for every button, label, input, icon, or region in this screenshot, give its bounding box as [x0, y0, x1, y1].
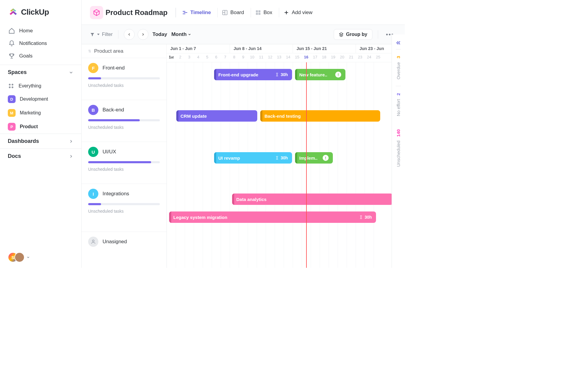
toolbar: Filter Today Month Group by ••• [82, 25, 405, 44]
today-button[interactable]: Today [153, 31, 167, 37]
group-integrations[interactable]: IIntegrations Unscheduled tasks [82, 184, 166, 232]
unscheduled-label[interactable]: Unscheduled tasks [88, 209, 160, 214]
unscheduled-label[interactable]: Unscheduled tasks [88, 125, 160, 130]
rail-no-effort[interactable]: No effort 2 [396, 86, 401, 123]
primary-nav: Home Notifications Goals [0, 22, 81, 65]
chevron-down-icon [69, 70, 73, 75]
nav-home[interactable]: Home [4, 25, 78, 37]
progress-bar [88, 161, 160, 163]
alert-icon: ! [323, 155, 329, 161]
date-nav [124, 29, 148, 40]
range-select[interactable]: Month [171, 31, 191, 37]
nav-label: Notifications [19, 40, 47, 46]
docs-header[interactable]: Docs [0, 149, 81, 164]
task-crm-update[interactable]: CRM update [176, 110, 257, 122]
section-title: Spaces [8, 69, 27, 75]
brand-name: ClickUp [21, 7, 49, 17]
week-label: Jun 1 - Jun 7 [167, 44, 230, 53]
rail-unscheduled[interactable]: Unscheduled 140 [396, 123, 401, 173]
day-label: 24 [365, 53, 374, 62]
space-label: Marketing [20, 110, 41, 116]
tab-board[interactable]: Board [217, 8, 248, 17]
task-new-feature[interactable]: New feature.. ! [295, 69, 345, 80]
space-product[interactable]: P Product [0, 120, 81, 134]
plus-icon [283, 10, 289, 16]
nav-notifications[interactable]: Notifications [4, 37, 78, 50]
tab-label: Timeline [190, 10, 211, 16]
logo[interactable]: ClickUp [0, 0, 81, 22]
spaces-header[interactable]: Spaces [0, 65, 81, 80]
layers-icon [339, 32, 344, 37]
progress-bar [88, 119, 160, 121]
collapse-rail-button[interactable] [394, 38, 403, 49]
task-backend-testing[interactable]: Back-end testing [260, 110, 380, 122]
alert-icon: ! [335, 72, 341, 78]
tab-timeline[interactable]: Timeline [175, 8, 215, 17]
svg-point-9 [92, 240, 94, 242]
group-by-label: Group by [346, 32, 367, 37]
unscheduled-label[interactable]: Unscheduled tasks [88, 167, 160, 172]
rail-overdue[interactable]: Overdue 3 [396, 49, 401, 86]
filter-icon [90, 32, 95, 37]
space-everything[interactable]: Everything [0, 80, 81, 92]
bars-layer: Front-end upgrade 30h New feature.. ! CR… [167, 62, 405, 268]
group-frontend[interactable]: FFront-end Unscheduled tasks [82, 58, 166, 100]
page-title: Product Roadmap [106, 8, 168, 17]
week-label: Jun 8 - Jun 14 [230, 44, 293, 53]
space-badge: M [8, 109, 16, 117]
column-header[interactable]: ⇅ Product area [82, 44, 166, 58]
task-implementation[interactable]: Implem.. ! [295, 152, 333, 164]
space-development[interactable]: D Development [0, 92, 81, 106]
task-ui-revamp[interactable]: UI revamp 30h [214, 152, 292, 164]
week-headers: Jun 1 - Jun 7 Jun 8 - Jun 14 Jun 15 - Ju… [167, 44, 405, 53]
space-badge: P [8, 123, 16, 131]
chevron-down-icon [26, 256, 30, 259]
avatar-stack: S [8, 252, 24, 262]
task-frontend-upgrade[interactable]: Front-end upgrade 30h [214, 69, 292, 80]
task-hours: 30h [365, 215, 372, 220]
logo-icon [8, 7, 18, 17]
svg-rect-8 [258, 13, 261, 15]
day-label: 2 [176, 53, 185, 62]
nav-label: Goals [19, 53, 32, 59]
sort-icon: ⇅ [88, 49, 91, 53]
day-label: 20 [338, 53, 347, 62]
space-marketing[interactable]: M Marketing [0, 106, 81, 120]
space-label: Product [20, 124, 38, 129]
task-data-analytics[interactable]: Data analytics [232, 194, 393, 205]
dashboards-header[interactable]: Dashboards [0, 134, 81, 149]
unscheduled-label[interactable]: Unscheduled tasks [88, 83, 160, 88]
tab-box[interactable]: Box [251, 8, 276, 17]
rail-count: 140 [396, 129, 401, 137]
task-legacy-migration[interactable]: Legacy system migration 30h [169, 211, 376, 223]
prev-button[interactable] [124, 29, 135, 40]
filter-label: Filter [102, 32, 113, 37]
group-badge: I [88, 189, 98, 199]
rail-count: 3 [396, 56, 401, 58]
divider [118, 30, 118, 39]
user-menu[interactable]: S [0, 247, 81, 268]
group-name: Back-end [103, 107, 124, 113]
timeline-grid[interactable]: Jun 1 - Jun 7 Jun 8 - Jun 14 Jun 15 - Ju… [167, 44, 405, 268]
tab-label: Add view [292, 10, 312, 16]
double-chevron-left-icon [395, 40, 401, 46]
filter-button[interactable]: Filter [90, 32, 113, 37]
group-backend[interactable]: BBack-end Unscheduled tasks [82, 100, 166, 142]
task-label: Front-end upgrade [218, 72, 258, 77]
range-label: Month [171, 31, 187, 37]
day-label: 18 [320, 53, 329, 62]
tab-add-view[interactable]: Add view [279, 8, 317, 17]
task-label: UI revamp [218, 155, 240, 161]
space-label: Everything [19, 83, 41, 89]
group-badge: B [88, 105, 98, 115]
task-label: Data analytics [236, 197, 267, 202]
group-unassigned[interactable]: Unasigned [82, 232, 166, 255]
group-uiux[interactable]: UUI/UX Unscheduled tasks [82, 142, 166, 184]
group-by-button[interactable]: Group by [334, 29, 372, 40]
top-bar: Product Roadmap Timeline Board Box Add v… [82, 0, 405, 25]
nav-goals[interactable]: Goals [4, 50, 78, 62]
svg-rect-5 [256, 10, 258, 13]
next-button[interactable] [138, 29, 148, 40]
group-name: Unasigned [103, 239, 127, 245]
today-line [306, 62, 307, 268]
